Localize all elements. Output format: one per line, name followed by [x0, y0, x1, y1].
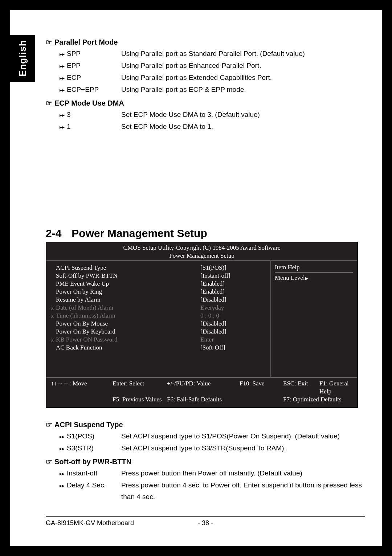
bios-footer: ↑↓→←: Move Enter: Select +/-/PU/PD: Valu…	[46, 377, 357, 407]
option-label: ▸▸1	[60, 121, 121, 133]
option-desc: Using Parallel port as Enhanced Parallel…	[121, 60, 365, 72]
option-label: ▸▸ECP	[60, 72, 121, 84]
section-title-text: ECP Mode Use DMA	[54, 99, 124, 107]
bios-value: [Soft-Off]	[200, 344, 266, 352]
bios-left-panel: ACPI Suspend Type Soft-Off by PWR-BTTN P…	[46, 261, 270, 377]
bios-value: [Disabled]	[200, 328, 266, 336]
bios-help-title: Item Help	[275, 264, 353, 273]
bios-value: 0 : 0 : 0	[200, 312, 266, 320]
arrow-icon: ▸▸	[60, 480, 65, 491]
arrow-icon: ▸▸	[60, 443, 65, 454]
bios-item-disabled: xTime (hh:mm:ss) Alarm	[51, 312, 186, 320]
section-title-text: Parallel Port Mode	[54, 38, 118, 46]
bios-key-help: F1: General Help	[319, 380, 353, 396]
option-desc: Using Parallel port as Standard Parallel…	[121, 48, 365, 60]
chapter-title: 2-4Power Management Setup	[46, 227, 365, 240]
option-row: ▸▸EPP Using Parallel port as Enhanced Pa…	[60, 60, 365, 72]
option-label: ▸▸S1(POS)	[60, 430, 121, 442]
option-row: ▸▸3 Set ECP Mode Use DMA to 3. (Default …	[60, 109, 365, 121]
section-title-ecp: ☞ECP Mode Use DMA	[46, 99, 365, 107]
option-label: ▸▸ECP+EPP	[60, 84, 121, 96]
chapter-number: 2-4	[46, 227, 61, 239]
arrow-icon: ▸▸	[60, 48, 65, 60]
section-title-text: ACPI Suspend Type	[54, 421, 123, 429]
bios-value: [Enabled]	[200, 288, 266, 296]
option-row: ▸▸Instant-off Press power button then Po…	[60, 467, 365, 479]
option-desc: Set ECP Mode Use DMA to 3. (Default valu…	[121, 109, 365, 121]
option-row: ▸▸ECP Using Parallel port as Extended Ca…	[60, 72, 365, 84]
bios-item[interactable]: Soft-Off by PWR-BTTN	[51, 272, 186, 280]
arrow-icon: ▸▸	[60, 109, 65, 121]
bios-header-line1: CMOS Setup Utility-Copyright (C) 1984-20…	[46, 244, 357, 252]
bios-help-panel: Item Help Menu Level▶	[270, 261, 357, 377]
bios-item[interactable]: ACPI Suspend Type	[51, 264, 186, 272]
bios-item[interactable]: PME Event Wake Up	[51, 280, 186, 288]
arrow-icon: ▸▸	[60, 84, 65, 96]
option-desc: Press power button then Power off instan…	[121, 467, 365, 479]
hand-icon: ☞	[46, 38, 52, 46]
bios-key-optimized: F7: Optimized Defaults	[283, 396, 353, 404]
bios-item-disabled: xDate (of Month) Alarm	[51, 304, 186, 312]
footer-page-number: - 38 -	[191, 519, 220, 527]
arrow-icon: ▸▸	[60, 431, 65, 442]
arrow-icon: ▸▸	[60, 60, 65, 72]
bios-value: [Disabled]	[200, 320, 266, 328]
bios-item-values: [S1(POS)] [Instant-off] [Enabled] [Enabl…	[186, 264, 266, 374]
arrow-icon: ▸▸	[60, 121, 65, 133]
option-label: ▸▸SPP	[60, 48, 121, 60]
option-desc: Set ACPI suspend type to S3/STR(Suspend …	[121, 442, 365, 454]
option-row: ▸▸Delay 4 Sec. Press power button 4 sec.…	[60, 479, 365, 503]
bios-key-select: Enter: Select	[113, 380, 167, 396]
option-label: ▸▸S3(STR)	[60, 442, 121, 454]
section-title-parallel: ☞Parallel Port Mode	[46, 38, 365, 46]
bios-screenshot: CMOS Setup Utility-Copyright (C) 1984-20…	[46, 242, 358, 408]
chapter-name: Power Management Setup	[72, 227, 207, 239]
hand-icon: ☞	[46, 99, 52, 107]
bios-value: Everyday	[200, 304, 266, 312]
bios-key-value: +/-/PU/PD: Value	[167, 380, 240, 396]
footer-right	[220, 519, 365, 527]
language-tab: English	[10, 35, 35, 82]
section-title-acpi: ☞ACPI Suspend Type	[46, 420, 365, 429]
footer-left: GA-8I915MK-GV Motherboard	[46, 519, 191, 527]
bios-item-disabled: xKB Power ON Password	[51, 336, 186, 344]
section-title-text: Soft-off by PWR-BTTN	[54, 458, 131, 466]
option-row: ▸▸S1(POS) Set ACPI suspend type to S1/PO…	[60, 430, 365, 442]
option-row: ▸▸ECP+EPP Using Parallel port as ECP & E…	[60, 84, 365, 96]
bios-item[interactable]: Power On by Ring	[51, 288, 186, 296]
bios-value: [Disabled]	[200, 296, 266, 304]
option-desc: Using Parallel port as ECP & EPP mode.	[121, 84, 365, 96]
option-row: ▸▸S3(STR) Set ACPI suspend type to S3/ST…	[60, 442, 365, 454]
bios-help-menu: Menu Level▶	[275, 274, 353, 282]
bios-key-blank	[240, 396, 283, 404]
bios-header: CMOS Setup Utility-Copyright (C) 1984-20…	[46, 242, 357, 261]
bios-key-prev: F5: Previous Values	[113, 396, 167, 404]
bios-body: ACPI Suspend Type Soft-Off by PWR-BTTN P…	[46, 261, 357, 377]
option-label: ▸▸3	[60, 109, 121, 121]
bios-key-exit: ESC: Exit	[283, 380, 319, 396]
bios-item[interactable]: Power On By Mouse	[51, 320, 186, 328]
page-footer: GA-8I915MK-GV Motherboard - 38 -	[46, 516, 365, 527]
arrow-icon: ▸▸	[60, 468, 65, 479]
arrow-icon: ▸▸	[60, 72, 65, 84]
option-label: ▸▸EPP	[60, 60, 121, 72]
option-desc: Using Parallel port as Extended Capabili…	[121, 72, 365, 84]
option-desc: Press power button 4 sec. to Power off. …	[121, 479, 365, 503]
bios-item[interactable]: AC Back Function	[51, 344, 186, 352]
option-label: ▸▸Instant-off	[60, 467, 121, 479]
bios-item[interactable]: Resume by Alarm	[51, 296, 186, 304]
bios-item[interactable]: Power On By Keyboard	[51, 328, 186, 336]
option-label: ▸▸Delay 4 Sec.	[60, 479, 121, 503]
option-row: ▸▸1 Set ECP Mode Use DMA to 1.	[60, 121, 365, 133]
option-desc: Set ACPI suspend type to S1/POS(Power On…	[121, 430, 365, 442]
bios-item-names: ACPI Suspend Type Soft-Off by PWR-BTTN P…	[51, 264, 186, 374]
hand-icon: ☞	[46, 420, 52, 429]
page: English ☞Parallel Port Mode ▸▸SPP Using …	[10, 10, 382, 546]
bios-key-blank	[51, 396, 113, 404]
bios-key-failsafe: F6: Fail-Safe Defaults	[167, 396, 240, 404]
bios-value: Enter	[200, 336, 266, 344]
bios-header-line2: Power Management Setup	[46, 252, 357, 260]
section-title-softoff: ☞Soft-off by PWR-BTTN	[46, 457, 365, 466]
bios-value: [S1(POS)]	[200, 264, 266, 272]
option-row: ▸▸SPP Using Parallel port as Standard Pa…	[60, 48, 365, 60]
